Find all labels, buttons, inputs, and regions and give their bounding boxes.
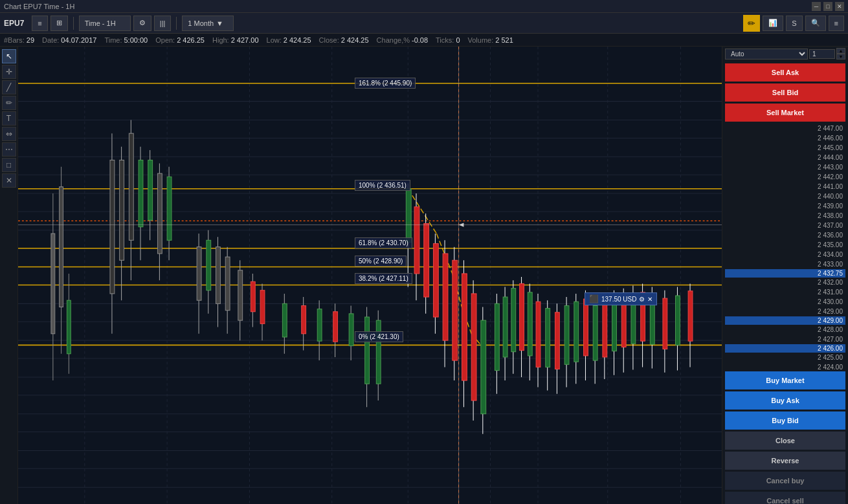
- layers-icon: ≡: [834, 19, 838, 27]
- qty-down-btn[interactable]: ▼: [836, 54, 845, 60]
- price-433: 2 433.00: [725, 259, 845, 269]
- cancel-buy-btn[interactable]: Cancel buy: [725, 472, 845, 490]
- svg-rect-65: [167, 177, 172, 240]
- pen-tool[interactable]: ✏: [2, 96, 16, 110]
- price-429: 2 429.00: [725, 307, 845, 316]
- toolbar: EPU7 ≡ ⊞ Time - 1H ⚙ ||| 1 Month ▼ ✏ 📊 S…: [0, 13, 848, 34]
- fib-label-61: 61.8% (2 430.70): [355, 237, 412, 248]
- time-info: Time: 5:00:00: [104, 36, 148, 44]
- period-arrow-icon: ▼: [216, 19, 223, 27]
- qty-up-btn[interactable]: ▲: [836, 48, 845, 54]
- cursor-tool[interactable]: ↖: [2, 49, 16, 63]
- svg-rect-131: [574, 301, 579, 362]
- measure-tool[interactable]: ⇔: [2, 127, 16, 141]
- price-442: 2 442.00: [725, 172, 845, 182]
- timeframe-dropdown[interactable]: Time - 1H: [79, 16, 131, 31]
- settings-btn[interactable]: ⚙: [133, 16, 151, 31]
- svg-rect-115: [503, 297, 508, 357]
- layout-btn[interactable]: ⊞: [50, 16, 68, 31]
- strategy-btn[interactable]: S: [786, 16, 802, 31]
- indicators-btn[interactable]: 📊: [763, 16, 783, 31]
- menu-btn[interactable]: ≡: [32, 16, 47, 31]
- sep2: [176, 17, 177, 30]
- crosshair-tool[interactable]: ✛: [2, 65, 16, 79]
- buy-market-btn[interactable]: Buy Market: [725, 371, 845, 389]
- svg-rect-83: [302, 305, 306, 333]
- fib-label-38: 38.2% (2 427.11): [355, 273, 412, 284]
- position-icon: ⬛: [589, 294, 599, 303]
- price-431: 2 431.00: [725, 287, 845, 297]
- trade-buttons: Sell Ask Sell Bid Sell Market 2 447.00 2…: [722, 61, 848, 504]
- price-435: 2 435.00: [725, 240, 845, 250]
- delete-tool[interactable]: ✕: [2, 173, 16, 188]
- price-439: 2 439.00: [725, 201, 845, 211]
- fib-tool[interactable]: ⋯: [2, 142, 16, 157]
- buy-ask-btn[interactable]: Buy Ask: [725, 391, 845, 410]
- fib-label-50: 50% (2 428.90): [355, 256, 407, 267]
- svg-rect-87: [333, 312, 338, 342]
- svg-rect-109: [471, 294, 476, 400]
- svg-rect-111: [481, 320, 486, 413]
- svg-rect-59: [139, 160, 143, 226]
- svg-rect-139: [612, 299, 617, 351]
- buy-bid-btn[interactable]: Buy Bid: [725, 411, 845, 430]
- svg-rect-121: [528, 292, 532, 356]
- layout-icon: ⊞: [56, 19, 62, 27]
- bar-type-btn[interactable]: |||: [154, 16, 172, 31]
- layers-btn[interactable]: ≡: [829, 16, 844, 31]
- price-432: 2 432.00: [725, 278, 845, 287]
- svg-rect-127: [555, 312, 559, 369]
- price-444: 2 444.00: [725, 153, 845, 162]
- magnify-btn[interactable]: 🔍: [805, 16, 826, 31]
- auto-row: Auto ▲ ▼: [722, 47, 848, 61]
- svg-rect-137: [603, 303, 607, 357]
- rect-tool[interactable]: □: [2, 158, 16, 172]
- position-badge[interactable]: ⬛ 137.50 USD ⚙ ✕: [585, 292, 657, 305]
- sell-market-btn[interactable]: Sell Market: [725, 104, 845, 122]
- chart-area[interactable]: 161.8% (2 445.90) 100% (2 436.51) 61.8% …: [18, 47, 722, 504]
- price-443: 2 443.00: [725, 162, 845, 172]
- text-tool[interactable]: T: [2, 111, 16, 126]
- magnify-icon: 🔍: [811, 19, 820, 27]
- auto-select[interactable]: Auto: [725, 49, 808, 60]
- svg-rect-91: [365, 317, 370, 384]
- minimize-btn[interactable]: ─: [812, 2, 821, 11]
- bars-info: #Bars: 29: [4, 36, 34, 44]
- gear-icon: ⚙: [139, 19, 146, 27]
- close-btn[interactable]: ✕: [835, 2, 844, 11]
- svg-rect-51: [67, 300, 71, 354]
- timeframe-label: Time - 1H: [85, 19, 116, 27]
- line-tool[interactable]: ╱: [2, 80, 16, 94]
- price-438: 2 438.00: [725, 211, 845, 221]
- position-close-icon[interactable]: ⚙: [639, 296, 645, 303]
- quantity-input[interactable]: [809, 49, 835, 59]
- change-info: Change,% -0.08: [377, 36, 428, 44]
- close-btn-trade[interactable]: Close: [725, 432, 845, 450]
- svg-rect-49: [60, 187, 63, 307]
- maximize-btn[interactable]: □: [823, 2, 832, 11]
- price-427: 2 427.00: [725, 334, 845, 344]
- svg-rect-53: [110, 160, 115, 293]
- sell-bid-btn[interactable]: Sell Bid: [725, 83, 845, 102]
- svg-rect-73: [225, 257, 230, 311]
- sell-ask-btn[interactable]: Sell Ask: [725, 63, 845, 82]
- period-label: 1 Month: [188, 19, 214, 27]
- svg-rect-105: [452, 260, 458, 360]
- price-highlight-432: 2 432.75: [725, 269, 845, 278]
- reverse-btn[interactable]: Reverse: [725, 452, 845, 470]
- svg-rect-129: [564, 305, 569, 364]
- cancel-sell-btn[interactable]: Cancel sell: [725, 492, 845, 504]
- period-dropdown[interactable]: 1 Month ▼: [182, 16, 234, 31]
- infobar: #Bars: 29 Date: 04.07.2017 Time: 5:00:00…: [0, 34, 848, 47]
- pencil-icon: ✏: [748, 18, 755, 28]
- svg-rect-117: [511, 289, 516, 352]
- price-highlight-426: 2 426.00: [725, 344, 845, 353]
- bar-type-icon: |||: [160, 19, 166, 27]
- right-panel: Auto ▲ ▼ Sell Ask Sell Bid Sell Market 2…: [722, 47, 848, 504]
- position-x-icon[interactable]: ✕: [647, 296, 653, 303]
- svg-rect-77: [251, 281, 255, 311]
- price-445: 2 445.00: [725, 143, 845, 153]
- pencil-btn[interactable]: ✏: [743, 15, 760, 32]
- svg-rect-47: [51, 234, 55, 334]
- svg-rect-85: [317, 309, 322, 342]
